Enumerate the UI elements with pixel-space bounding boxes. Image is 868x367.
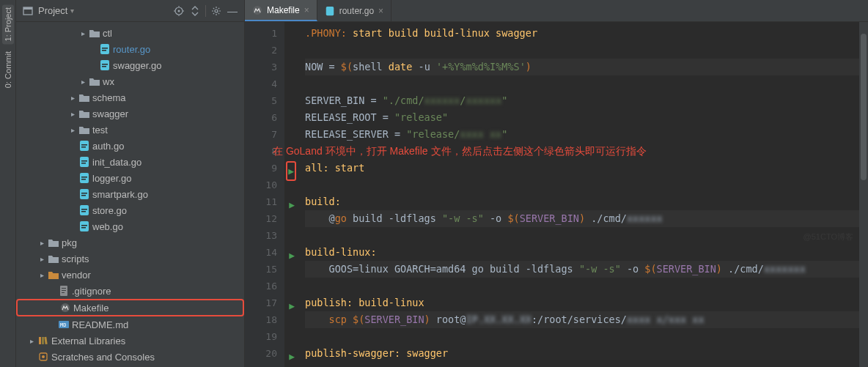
file-store-go[interactable]: store.go xyxy=(16,202,244,218)
code-line[interactable] xyxy=(305,75,868,92)
tab-router-go[interactable]: router.go× xyxy=(317,0,391,21)
code-line[interactable] xyxy=(305,227,868,244)
svg-rect-26 xyxy=(81,195,86,196)
folder-swagger[interactable]: ▸swagger xyxy=(16,105,244,122)
line-number: 5 xyxy=(245,92,284,109)
folder-icon xyxy=(78,108,91,119)
svg-rect-40 xyxy=(39,337,41,344)
close-icon[interactable]: × xyxy=(378,6,383,16)
folder-ctl[interactable]: ▸ctl xyxy=(16,25,244,41)
code-line[interactable] xyxy=(305,42,868,59)
code-line[interactable]: build-linux: xyxy=(305,244,868,261)
expand-arrow-icon[interactable]: ▸ xyxy=(78,29,88,37)
svg-rect-22 xyxy=(81,177,87,178)
line-number: 20▶ xyxy=(245,345,284,362)
svg-rect-17 xyxy=(81,147,86,148)
svg-rect-11 xyxy=(102,50,106,51)
folder-orange-icon xyxy=(47,270,60,280)
expand-all-icon[interactable] xyxy=(189,5,201,17)
file-smartpark-go[interactable]: smartpark.go xyxy=(16,186,244,202)
tab-makefile[interactable]: Makefile× xyxy=(245,0,317,21)
file-makefile[interactable]: Makefile xyxy=(16,299,244,316)
project-title[interactable]: Project ▾ xyxy=(38,5,74,16)
code-line[interactable]: 在 GoLand 环境中，打开 Makefile 文件，然后点击左侧这个绿色箭头… xyxy=(273,143,868,160)
svg-rect-42 xyxy=(44,337,47,344)
folder-schema[interactable]: ▸schema xyxy=(16,89,244,105)
svg-rect-18 xyxy=(80,157,89,167)
line-number: 14▶ xyxy=(245,244,284,261)
code-line[interactable]: RELEASE_SERVER = "release/xxxx xx" xyxy=(305,126,868,143)
md-icon: MD xyxy=(57,319,70,330)
code-line[interactable] xyxy=(305,278,868,294)
folder-pkg[interactable]: ▸pkg xyxy=(16,234,244,251)
locate-icon[interactable] xyxy=(173,5,185,17)
tree-label: External Libraries xyxy=(51,336,125,346)
code-line[interactable]: build: xyxy=(305,193,868,210)
folder-vendor[interactable]: ▸vendor xyxy=(16,267,244,283)
expand-arrow-icon[interactable]: ▸ xyxy=(67,126,78,134)
code-line[interactable]: GOOS=linux GOARCH=amd64 go build -ldflag… xyxy=(305,261,868,278)
tree-label: auth.go xyxy=(92,141,124,152)
code-line[interactable]: publish-swagger: swagger xyxy=(305,345,868,362)
code-line[interactable]: .PHONY: start build build-linux swagger xyxy=(305,25,868,42)
editor-scrollbar[interactable] xyxy=(859,22,868,367)
go-icon xyxy=(98,59,111,71)
expand-arrow-icon[interactable]: ▸ xyxy=(26,337,37,345)
folder-wx[interactable]: ▸wx xyxy=(16,73,244,89)
svg-rect-46 xyxy=(326,6,334,15)
tree-label: store.go xyxy=(92,205,127,216)
file-logger-go[interactable]: logger.go xyxy=(16,170,244,186)
code-editor[interactable]: .PHONY: start build build-linux swaggerN… xyxy=(284,22,868,367)
expand-arrow-icon[interactable]: ▸ xyxy=(67,94,78,102)
go-icon xyxy=(78,204,91,216)
code-line[interactable]: @go build -ldflags "-w -s" -o $(SERVER_B… xyxy=(305,210,868,227)
svg-rect-35 xyxy=(62,290,66,291)
go-icon xyxy=(78,188,91,200)
file-swagger-go[interactable]: swagger.go xyxy=(16,57,244,73)
expand-arrow-icon[interactable]: ▸ xyxy=(67,110,78,118)
line-number: 3 xyxy=(245,59,284,75)
tree-label: schema xyxy=(92,92,126,103)
svg-rect-15 xyxy=(80,141,89,151)
line-number: 15 xyxy=(245,261,284,278)
svg-rect-10 xyxy=(102,48,108,49)
svg-rect-16 xyxy=(81,144,87,146)
file-scratches-and-consoles[interactable]: Scratches and Consoles xyxy=(16,349,244,365)
code-line[interactable]: RELEASE_ROOT = "release" xyxy=(305,109,868,126)
code-line[interactable] xyxy=(305,328,868,345)
code-line[interactable]: publish: build-linux xyxy=(305,294,868,311)
close-icon[interactable]: × xyxy=(304,5,309,15)
project-view-icon xyxy=(22,5,34,17)
tree-label: web.go xyxy=(92,221,123,232)
expand-arrow-icon[interactable]: ▸ xyxy=(37,255,47,263)
file--gitignore[interactable]: .gitignore xyxy=(16,283,244,299)
svg-rect-24 xyxy=(80,189,89,199)
rail-item-commit[interactable]: 0: Commit xyxy=(2,48,14,91)
expand-arrow-icon[interactable]: ▸ xyxy=(37,271,47,279)
code-line[interactable]: SERVER_BIN = "./cmd/xxxxxx/xxxxxx" xyxy=(305,92,868,109)
file-init_data-go[interactable]: init_data.go xyxy=(16,154,244,170)
file-web-go[interactable]: web.go xyxy=(16,218,244,234)
hide-icon[interactable]: — xyxy=(227,5,238,17)
file-auth-go[interactable]: auth.go xyxy=(16,138,244,154)
scrollbar-thumb[interactable] xyxy=(861,34,867,180)
code-line[interactable]: scp $(SERVER_BIN) root@IP.XX.XX.XX:/root… xyxy=(305,311,868,328)
expand-arrow-icon[interactable]: ▸ xyxy=(37,239,47,247)
svg-rect-34 xyxy=(62,288,66,289)
rail-item-project[interactable]: 1: Project xyxy=(2,4,14,44)
folder-scripts[interactable]: ▸scripts xyxy=(16,251,244,267)
code-line[interactable]: NOW = $(shell date -u '+%Y%m%d%I%M%S') xyxy=(305,59,868,75)
code-line[interactable] xyxy=(305,177,868,193)
folder-test[interactable]: ▸test xyxy=(16,122,244,138)
code-line[interactable]: all: start xyxy=(305,160,868,177)
editor-area: Makefile×router.go× 123456789▶1011▶12131… xyxy=(245,0,868,367)
expand-arrow-icon[interactable]: ▸ xyxy=(78,78,88,86)
go-icon xyxy=(78,156,91,168)
file-readme-md[interactable]: MDREADME.md xyxy=(16,316,244,333)
svg-rect-31 xyxy=(81,225,87,226)
file-router-go[interactable]: router.go xyxy=(16,41,244,57)
project-tree[interactable]: ▸ctlrouter.goswagger.go▸wx▸schema▸swagge… xyxy=(16,22,244,367)
tree-label: README.md xyxy=(72,319,128,330)
file-external-libraries[interactable]: ▸External Libraries xyxy=(16,333,244,349)
gear-icon[interactable] xyxy=(210,5,222,17)
